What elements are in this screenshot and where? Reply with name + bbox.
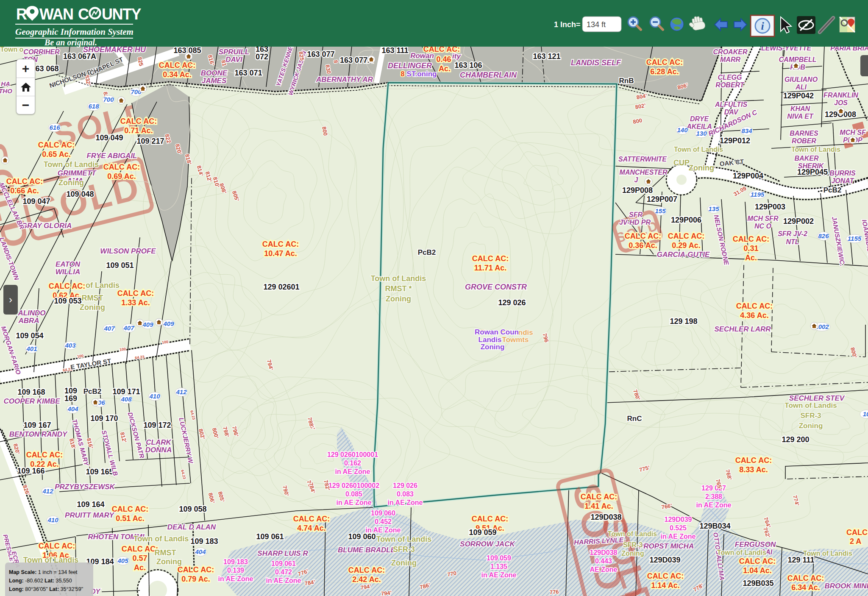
svg-text:616: 616 bbox=[49, 124, 60, 131]
svg-text:0.31: 0.31 bbox=[743, 244, 758, 253]
svg-text:DRYE: DRYE bbox=[690, 115, 709, 123]
svg-text:Town of Landis: Town of Landis bbox=[717, 549, 766, 556]
svg-text:CALC AC:: CALC AC: bbox=[103, 163, 140, 171]
svg-text:Town of Landis: Town of Landis bbox=[803, 550, 852, 557]
svg-text:408: 408 bbox=[120, 395, 132, 403]
svg-text:BARNES: BARNES bbox=[790, 130, 818, 137]
svg-text:DEAL D ALAN: DEAL D ALAN bbox=[167, 523, 216, 531]
svg-text:11.71 Ac.: 11.71 Ac. bbox=[474, 264, 506, 272]
svg-text:EATON: EATON bbox=[56, 260, 81, 268]
svg-text:Ac.: Ac. bbox=[439, 64, 451, 73]
svg-text:BROOK MINIS: BROOK MINIS bbox=[824, 582, 868, 590]
svg-text:DAVI: DAVI bbox=[225, 56, 243, 64]
svg-text:129P042: 129P042 bbox=[783, 92, 814, 100]
svg-text:J: J bbox=[634, 176, 639, 184]
svg-text:ALI: ALI bbox=[795, 84, 807, 91]
svg-text:0.083: 0.083 bbox=[397, 490, 414, 498]
svg-text:109 059: 109 059 bbox=[469, 528, 496, 537]
svg-text:409: 409 bbox=[142, 321, 153, 328]
svg-text:129P008: 129P008 bbox=[622, 186, 653, 195]
svg-text:826: 826 bbox=[818, 232, 829, 240]
svg-text:0.66 Ac.: 0.66 Ac. bbox=[10, 187, 39, 195]
svg-text:CALC AC:: CALC AC: bbox=[733, 235, 769, 243]
svg-text:CALC AC:: CALC AC: bbox=[581, 493, 617, 501]
svg-text:0.085: 0.085 bbox=[345, 490, 362, 498]
svg-text:129P007: 129P007 bbox=[647, 195, 677, 203]
svg-text:PcB2: PcB2 bbox=[418, 248, 436, 256]
svg-text:CALC AC:: CALC AC: bbox=[293, 515, 330, 523]
svg-text:404: 404 bbox=[195, 548, 206, 555]
svg-text:776: 776 bbox=[549, 588, 559, 596]
svg-text:THO: THO bbox=[0, 87, 12, 95]
svg-text:4.36 Ac.: 4.36 Ac. bbox=[740, 311, 768, 320]
svg-text:SFR: SFR bbox=[629, 211, 643, 218]
svg-text:109 047: 109 047 bbox=[22, 197, 50, 206]
svg-text:CALC AC:: CALC AC: bbox=[159, 61, 195, 70]
svg-text:PcB2: PcB2 bbox=[823, 186, 842, 194]
svg-text:CALC AC:: CALC AC: bbox=[178, 565, 214, 574]
svg-text:MANCHESTER: MANCHESTER bbox=[620, 169, 668, 176]
svg-text:109 048: 109 048 bbox=[66, 190, 94, 198]
svg-text:0.472: 0.472 bbox=[275, 568, 292, 576]
svg-text:0.452: 0.452 bbox=[375, 518, 392, 525]
svg-text:CALC AC:: CALC AC: bbox=[735, 456, 772, 465]
svg-text:ABRA: ABRA bbox=[18, 317, 39, 325]
svg-text:Zoning: Zoning bbox=[799, 422, 823, 430]
svg-text:CALC AC:: CALC AC: bbox=[26, 451, 63, 459]
svg-text:129 198: 129 198 bbox=[670, 317, 697, 326]
svg-text:CUP: CUP bbox=[673, 159, 690, 167]
svg-text:AE Zone: AE Zone bbox=[590, 566, 618, 573]
svg-text:0.51 Ac.: 0.51 Ac. bbox=[116, 514, 144, 523]
svg-text:407: 407 bbox=[103, 325, 115, 332]
svg-text:163 071: 163 071 bbox=[234, 69, 262, 77]
svg-text:PROPST MICHA: PROPST MICHA bbox=[639, 542, 694, 550]
svg-text:CALC AC:: CALC AC: bbox=[49, 282, 85, 290]
svg-text:109 171: 109 171 bbox=[112, 387, 140, 396]
svg-text:ROBER: ROBER bbox=[792, 137, 816, 145]
svg-text:700: 700 bbox=[103, 96, 114, 103]
svg-text:618: 618 bbox=[88, 103, 99, 110]
svg-text:Town of Landis: Town of Landis bbox=[371, 274, 426, 283]
svg-text:Town of Landis: Town of Landis bbox=[608, 530, 657, 538]
svg-text:410: 410 bbox=[47, 516, 58, 524]
svg-text:i: i bbox=[761, 20, 764, 32]
svg-text:CLARK: CLARK bbox=[146, 438, 172, 446]
svg-text:CALC AC:: CALC AC: bbox=[787, 574, 824, 582]
svg-text:SHARP LUIS R: SHARP LUIS R bbox=[257, 549, 308, 557]
svg-text:C: C bbox=[78, 6, 89, 23]
svg-text:100: 100 bbox=[119, 347, 126, 352]
svg-text:1.33 Ac.: 1.33 Ac. bbox=[121, 298, 150, 307]
svg-text:SECHLER LARR: SECHLER LARR bbox=[714, 325, 771, 333]
svg-text:in AE Zone: in AE Zone bbox=[337, 499, 372, 506]
svg-text:JOS: JOS bbox=[834, 99, 848, 106]
svg-text:109 054: 109 054 bbox=[16, 331, 43, 340]
svg-text:0.36 Ac.: 0.36 Ac. bbox=[629, 241, 657, 250]
svg-text:CALC AC:: CALC AC: bbox=[647, 572, 684, 580]
svg-text:BLUME BRADLE: BLUME BRADLE bbox=[338, 546, 396, 554]
svg-text:UNTY: UNTY bbox=[102, 6, 141, 23]
svg-text:FERGUSON: FERGUSON bbox=[735, 540, 776, 549]
svg-text:CALC AC:: CALC AC: bbox=[668, 232, 704, 240]
svg-text:409: 409 bbox=[163, 320, 174, 327]
svg-text:100: 100 bbox=[161, 340, 168, 345]
svg-text:in AE Zone: in AE Zone bbox=[218, 575, 253, 582]
svg-text:155: 155 bbox=[655, 207, 666, 214]
svg-text:6.34 Ac.: 6.34 Ac. bbox=[791, 583, 820, 592]
svg-text:2.388: 2.388 bbox=[705, 493, 722, 500]
svg-text:129 026: 129 026 bbox=[393, 482, 417, 489]
svg-text:0.525: 0.525 bbox=[670, 524, 687, 532]
svg-text:Zoning: Zoning bbox=[481, 343, 505, 351]
svg-text:0.69 Ac.: 0.69 Ac. bbox=[107, 172, 136, 181]
svg-text:129D038: 129D038 bbox=[590, 513, 621, 521]
svg-text:163 068: 163 068 bbox=[31, 64, 58, 73]
svg-text:DAV: DAV bbox=[724, 109, 739, 116]
svg-text:0.79 Ac.: 0.79 Ac. bbox=[181, 575, 210, 583]
svg-text:WAN: WAN bbox=[39, 6, 73, 23]
svg-text:SFR-3: SFR-3 bbox=[623, 541, 643, 549]
svg-text:JV-HD PR: JV-HD PR bbox=[619, 219, 651, 226]
svg-text:1195: 1195 bbox=[751, 191, 765, 198]
svg-text:109 058: 109 058 bbox=[179, 505, 206, 513]
svg-text:109 172: 109 172 bbox=[143, 421, 171, 429]
svg-text:410: 410 bbox=[149, 393, 160, 400]
svg-text:BAKER: BAKER bbox=[795, 155, 819, 162]
